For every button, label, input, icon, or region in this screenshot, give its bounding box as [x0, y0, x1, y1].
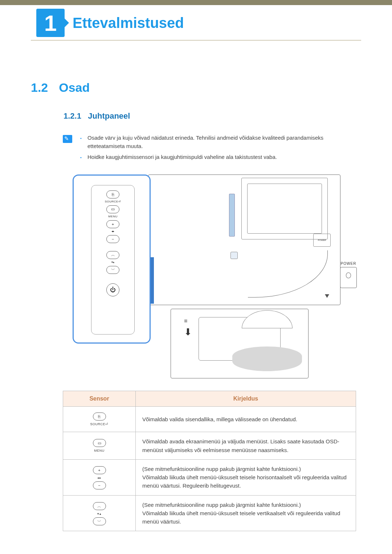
stand-base-icon	[199, 317, 281, 361]
plus-button-icon: +	[93, 466, 106, 474]
table-row: ▭ MENU Võimaldab avada ekraanimenüü ja v…	[63, 432, 356, 460]
subsection-number: 1.2.1	[64, 111, 81, 120]
button-strip-icon	[229, 194, 235, 237]
ud-label: ▾▴	[111, 260, 115, 264]
sensor-desc: (See mitmefunktsiooniline nupp pakub jär…	[136, 495, 356, 531]
chapter-number-badge: 1	[36, 9, 65, 37]
note-item: Hoidke kaugjuhtimissensori ja kaugjuhtim…	[80, 153, 361, 161]
col-sensor: Sensor	[63, 391, 136, 406]
diagram: POWER ⎘ SOURCE⏎ ▭ MENU + ◂▸ − ︿ ▾▴ ﹀ ⏻	[73, 175, 361, 378]
plus-button-icon: +	[106, 220, 119, 228]
stand-outline: ≡ ⬇	[171, 309, 309, 378]
sensor-icon-cell: + ◂▸ −	[63, 459, 136, 495]
menu-label: MENU	[108, 215, 118, 218]
minus-button-icon: −	[106, 235, 119, 243]
power-plug-icon	[340, 267, 357, 288]
chapter-number: 1	[44, 10, 57, 36]
connector-icon	[230, 252, 238, 259]
stand-neck-icon	[242, 310, 293, 328]
page-content: 1 Ettevalmistused 1.2 Osad 1.2.1 Juhtpan…	[0, 5, 392, 531]
sensor-icon-cell: ▭ MENU	[63, 432, 136, 460]
note-item: Osade värv ja kuju võivad näidatust erin…	[80, 134, 361, 150]
board-outline-inner	[247, 184, 322, 234]
section-title: Osad	[59, 81, 90, 95]
power-button-icon: ⏻	[106, 283, 119, 296]
source-label: SOURCE⏎	[105, 200, 121, 203]
table-row: ︿ ▾▴ ﹀ (See mitmefunktsiooniline nupp pa…	[63, 495, 356, 531]
power-detail: POWER	[336, 262, 361, 288]
table-row: + ◂▸ − (See mitmefunktsiooniline nupp pa…	[63, 459, 356, 495]
chapter-header: 1 Ettevalmistused	[31, 5, 361, 41]
top-accent-bar	[0, 0, 392, 5]
control-panel-callout: ⎘ SOURCE⏎ ▭ MENU + ◂▸ − ︿ ▾▴ ﹀ ⏻	[73, 175, 151, 344]
ud-label: ▾▴	[70, 512, 129, 517]
lr-label: ◂▸	[111, 230, 115, 233]
stand-shadow	[232, 346, 302, 371]
sensor-desc: Võimaldab avada ekraanimenüü ja väljuda …	[136, 432, 356, 460]
minus-button-icon: −	[93, 481, 106, 489]
control-panel: ⎘ SOURCE⏎ ▭ MENU + ◂▸ − ︿ ▾▴ ﹀ ⏻	[91, 185, 135, 335]
device-back-outline: POWER	[148, 175, 340, 305]
down-button-icon: ﹀	[106, 266, 119, 274]
chapter-title: Ettevalmistused	[73, 15, 184, 31]
sensor-desc: (See mitmefunktsiooniline nupp pakub jär…	[136, 459, 356, 495]
note-icon	[63, 135, 72, 143]
sensor-icon-cell: ︿ ▾▴ ﹀	[63, 495, 136, 531]
note-block: Osade värv ja kuju võivad näidatust erin…	[63, 134, 361, 164]
up-button-icon: ︿	[106, 251, 119, 259]
sensor-desc: Võimaldab valida sisendallika, millega v…	[136, 406, 356, 432]
subsection-title: Juhtpaneel	[88, 111, 130, 120]
vent-icon: ≡	[184, 318, 186, 324]
menu-button-icon: ▭	[106, 205, 119, 213]
down-button-icon: ﹀	[93, 517, 106, 525]
lr-label: ◂▸	[70, 476, 129, 481]
section-heading: 1.2 Osad	[31, 81, 361, 95]
source-button-icon: ⎘	[93, 413, 106, 420]
callout-arrow-icon	[248, 250, 328, 297]
source-button-icon: ⎘	[106, 190, 119, 198]
source-label: SOURCE⏎	[70, 422, 129, 427]
up-button-icon: ︿	[93, 502, 106, 510]
col-desc: Kirjeldus	[136, 391, 356, 406]
menu-button-icon: ▭	[93, 439, 106, 447]
section-number: 1.2	[31, 81, 48, 95]
note-list: Osade värv ja kuju võivad näidatust erin…	[80, 134, 361, 164]
menu-label: MENU	[70, 448, 129, 454]
subsection-heading: 1.2.1 Juhtpaneel	[64, 111, 361, 121]
power-port-icon: POWER	[313, 234, 331, 247]
arrow-down-icon: ⬇	[184, 327, 192, 338]
sensor-icon-cell: ⎘ SOURCE⏎	[63, 406, 136, 432]
table-row: ⎘ SOURCE⏎ Võimaldab valida sisendallika,…	[63, 406, 356, 432]
power-detail-label: POWER	[336, 262, 361, 266]
sensor-table: Sensor Kirjeldus ⎘ SOURCE⏎ Võimaldab val…	[63, 391, 356, 532]
